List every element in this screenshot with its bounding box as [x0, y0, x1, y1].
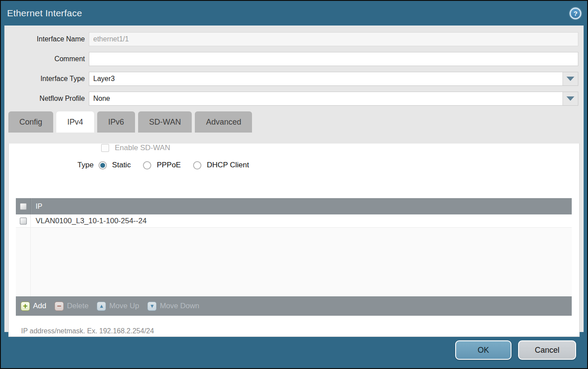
- ok-button[interactable]: OK: [455, 340, 511, 360]
- help-icon[interactable]: ?: [570, 7, 581, 19]
- radio-static-label: Static: [112, 161, 131, 170]
- ipv4-tab-panel: Enable SD-WAN Type Static PPPoE DHCP Cli…: [8, 144, 580, 337]
- interface-type-row: Interface Type Layer3: [4, 72, 584, 86]
- dialog-content: Interface Name Comment Interface Type La…: [4, 26, 584, 332]
- tab-sdwan[interactable]: SD-WAN: [138, 111, 192, 133]
- delete-button-label: Delete: [67, 302, 88, 310]
- row-checkbox-cell: [16, 214, 31, 227]
- radio-pppoe-label: PPPoE: [157, 161, 181, 170]
- radio-dhcp-client[interactable]: DHCP Client: [193, 161, 249, 170]
- netflow-profile-value: None: [89, 92, 562, 105]
- enable-sdwan-checkbox: [101, 144, 109, 152]
- tab-ipv6[interactable]: IPv6: [97, 111, 135, 133]
- tab-config[interactable]: Config: [8, 111, 53, 133]
- add-icon: +: [21, 302, 30, 311]
- radio-static[interactable]: Static: [99, 161, 131, 170]
- tab-strip: Config IPv4 IPv6 SD-WAN Advanced: [8, 111, 584, 133]
- radio-pppoe-control[interactable]: [143, 161, 151, 170]
- tab-advanced-label: Advanced: [206, 118, 241, 127]
- radio-dhcp-client-label: DHCP Client: [207, 161, 249, 170]
- interface-type-label: Interface Type: [4, 75, 89, 83]
- comment-field[interactable]: [89, 52, 578, 66]
- interface-name-label: Interface Name: [4, 35, 89, 43]
- delete-icon: −: [55, 302, 64, 311]
- tab-ipv6-label: IPv6: [108, 118, 124, 127]
- checkbox-column-line: [16, 228, 31, 296]
- interface-type-select[interactable]: Layer3: [89, 72, 578, 86]
- enable-sdwan-row: Enable SD-WAN: [101, 144, 579, 152]
- netflow-profile-label: Netflow Profile: [4, 95, 89, 103]
- radio-static-control[interactable]: [99, 161, 107, 170]
- netflow-profile-dropdown-button[interactable]: [562, 92, 578, 105]
- radio-dhcp-client-control[interactable]: [193, 161, 201, 170]
- add-button-label: Add: [33, 302, 46, 310]
- move-up-icon: ▲: [97, 302, 106, 311]
- move-down-button-label: Move Down: [160, 302, 199, 310]
- comment-label: Comment: [4, 55, 89, 63]
- tab-ipv4-label: IPv4: [67, 118, 83, 127]
- table-toolbar: + Add − Delete ▲ Move Up ▼ Move Down: [16, 296, 572, 316]
- tab-config-label: Config: [19, 118, 42, 127]
- dialog-footer: OK Cancel: [1, 332, 587, 368]
- netflow-profile-select[interactable]: None: [89, 92, 578, 106]
- cancel-button[interactable]: Cancel: [518, 340, 576, 360]
- type-radio-row: Type Static PPPoE DHCP Client: [77, 161, 579, 170]
- dialog-title: Ethernet Interface: [7, 1, 82, 26]
- move-down-button[interactable]: ▼ Move Down: [147, 302, 199, 311]
- header-checkbox-cell: [16, 198, 31, 214]
- enable-sdwan-label: Enable SD-WAN: [115, 144, 170, 152]
- row-checkbox[interactable]: [20, 218, 27, 225]
- tab-advanced[interactable]: Advanced: [195, 111, 252, 133]
- move-up-button[interactable]: ▲ Move Up: [97, 302, 139, 311]
- add-button[interactable]: + Add: [21, 302, 46, 311]
- interface-type-value: Layer3: [89, 72, 562, 85]
- table-row[interactable]: VLAN0100_L3_10-1-100-254--24: [16, 214, 572, 228]
- tab-sdwan-label: SD-WAN: [149, 118, 181, 127]
- ip-cell-value: VLAN0100_L3_10-1-100-254--24: [31, 217, 146, 225]
- ip-table-header: IP: [16, 198, 572, 214]
- chevron-down-icon: [566, 96, 574, 101]
- radio-pppoe[interactable]: PPPoE: [143, 161, 181, 170]
- interface-name-row: Interface Name: [4, 32, 584, 46]
- netflow-profile-row: Netflow Profile None: [4, 92, 584, 106]
- table-empty-area: [16, 228, 572, 296]
- chevron-down-icon: [566, 77, 574, 81]
- ip-table: IP VLAN0100_L3_10-1-100-254--24 + Add: [16, 198, 572, 316]
- move-down-icon: ▼: [147, 302, 157, 311]
- interface-name-field: [89, 32, 578, 46]
- interface-type-dropdown-button[interactable]: [562, 72, 578, 85]
- ip-column-header: IP: [31, 203, 42, 210]
- help-icon-glyph: ?: [573, 10, 577, 17]
- tab-ipv4[interactable]: IPv4: [56, 111, 94, 133]
- comment-row: Comment: [4, 52, 584, 66]
- title-bar: Ethernet Interface ?: [1, 1, 587, 26]
- move-up-button-label: Move Up: [109, 302, 139, 310]
- delete-button[interactable]: − Delete: [55, 302, 88, 311]
- ethernet-interface-dialog: Ethernet Interface ? Interface Name Comm…: [0, 0, 588, 369]
- select-all-checkbox[interactable]: [20, 203, 27, 210]
- type-label: Type: [77, 161, 94, 170]
